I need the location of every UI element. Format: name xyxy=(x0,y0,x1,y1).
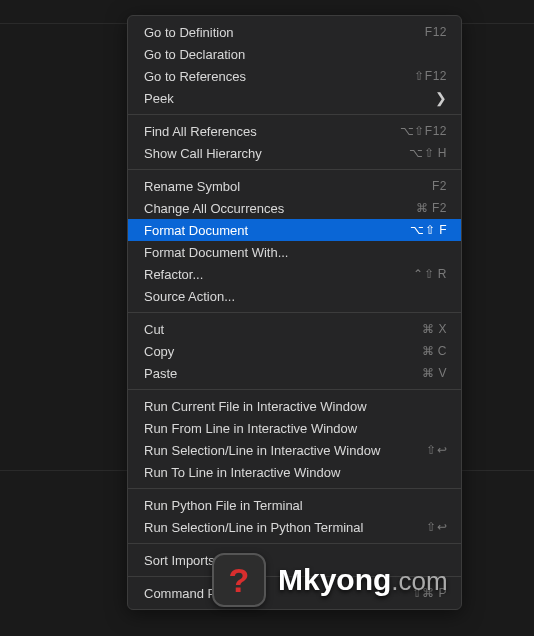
menu-item-label: Refactor... xyxy=(144,267,203,282)
menu-item[interactable]: Find All References⌥⇧F12 xyxy=(128,120,461,142)
menu-item-label: Run Python File in Terminal xyxy=(144,498,303,513)
menu-item[interactable]: Go to References⇧F12 xyxy=(128,65,461,87)
menu-item[interactable]: Sort Imports xyxy=(128,549,461,571)
menu-item-shortcut: ⌘ F2 xyxy=(416,201,447,215)
menu-item-shortcut: ⌘ C xyxy=(422,344,448,358)
menu-item[interactable]: Go to Declaration xyxy=(128,43,461,65)
menu-item-label: Cut xyxy=(144,322,164,337)
menu-item[interactable]: Peek❯ xyxy=(128,87,461,109)
menu-item-label: Run Current File in Interactive Window xyxy=(144,399,367,414)
menu-item-label: Change All Occurrences xyxy=(144,201,284,216)
menu-item-shortcut: ⌥⇧ F xyxy=(410,223,447,237)
menu-item[interactable]: Copy⌘ C xyxy=(128,340,461,362)
menu-item-shortcut: ⇧F12 xyxy=(414,69,447,83)
menu-item-label: Command Palette... xyxy=(144,586,259,601)
context-menu: Go to DefinitionF12Go to DeclarationGo t… xyxy=(127,15,462,610)
menu-item-label: Run From Line in Interactive Window xyxy=(144,421,357,436)
menu-item-shortcut: ⇧↩ xyxy=(426,443,447,457)
menu-item-shortcut: F12 xyxy=(425,25,447,39)
menu-item[interactable]: Run From Line in Interactive Window xyxy=(128,417,461,439)
menu-separator xyxy=(128,488,461,489)
menu-item-label: Format Document With... xyxy=(144,245,288,260)
menu-item[interactable]: Run Selection/Line in Python Terminal⇧↩ xyxy=(128,516,461,538)
menu-item[interactable]: Paste⌘ V xyxy=(128,362,461,384)
menu-item[interactable]: Run Selection/Line in Interactive Window… xyxy=(128,439,461,461)
menu-item[interactable]: Format Document⌥⇧ F xyxy=(128,219,461,241)
menu-separator xyxy=(128,576,461,577)
menu-item-shortcut: ⌘ X xyxy=(422,322,447,336)
menu-item[interactable]: Refactor...⌃⇧ R xyxy=(128,263,461,285)
menu-item[interactable]: Command Palette...⇧⌘ P xyxy=(128,582,461,604)
menu-item-label: Run Selection/Line in Interactive Window xyxy=(144,443,380,458)
menu-item-label: Format Document xyxy=(144,223,248,238)
menu-item-shortcut: ⇧↩ xyxy=(426,520,447,534)
menu-item-shortcut: ⇧⌘ P xyxy=(412,586,447,600)
menu-item-shortcut: ⌥⇧F12 xyxy=(400,124,447,138)
menu-item-label: Go to Definition xyxy=(144,25,234,40)
menu-item-label: Go to References xyxy=(144,69,246,84)
menu-item[interactable]: Source Action... xyxy=(128,285,461,307)
menu-separator xyxy=(128,543,461,544)
menu-item-label: Find All References xyxy=(144,124,257,139)
menu-separator xyxy=(128,169,461,170)
menu-item[interactable]: Run Python File in Terminal xyxy=(128,494,461,516)
menu-item-label: Peek xyxy=(144,91,174,106)
menu-item-label: Paste xyxy=(144,366,177,381)
menu-item-label: Run Selection/Line in Python Terminal xyxy=(144,520,363,535)
menu-item[interactable]: Change All Occurrences⌘ F2 xyxy=(128,197,461,219)
menu-item-label: Show Call Hierarchy xyxy=(144,146,262,161)
menu-item[interactable]: Show Call Hierarchy⌥⇧ H xyxy=(128,142,461,164)
menu-item-label: Copy xyxy=(144,344,174,359)
menu-item-shortcut: ⌥⇧ H xyxy=(409,146,447,160)
menu-item-label: Source Action... xyxy=(144,289,235,304)
menu-item[interactable]: Cut⌘ X xyxy=(128,318,461,340)
menu-item-label: Rename Symbol xyxy=(144,179,240,194)
menu-item-label: Sort Imports xyxy=(144,553,215,568)
menu-item[interactable]: Run To Line in Interactive Window xyxy=(128,461,461,483)
chevron-right-icon: ❯ xyxy=(435,91,447,105)
menu-item[interactable]: Rename SymbolF2 xyxy=(128,175,461,197)
menu-separator xyxy=(128,114,461,115)
menu-separator xyxy=(128,389,461,390)
menu-item-label: Run To Line in Interactive Window xyxy=(144,465,340,480)
menu-item[interactable]: Go to DefinitionF12 xyxy=(128,21,461,43)
menu-item-shortcut: ⌃⇧ R xyxy=(413,267,447,281)
menu-item[interactable]: Run Current File in Interactive Window xyxy=(128,395,461,417)
menu-separator xyxy=(128,312,461,313)
menu-item-shortcut: F2 xyxy=(432,179,447,193)
menu-item[interactable]: Format Document With... xyxy=(128,241,461,263)
menu-item-shortcut: ⌘ V xyxy=(422,366,447,380)
menu-item-label: Go to Declaration xyxy=(144,47,245,62)
